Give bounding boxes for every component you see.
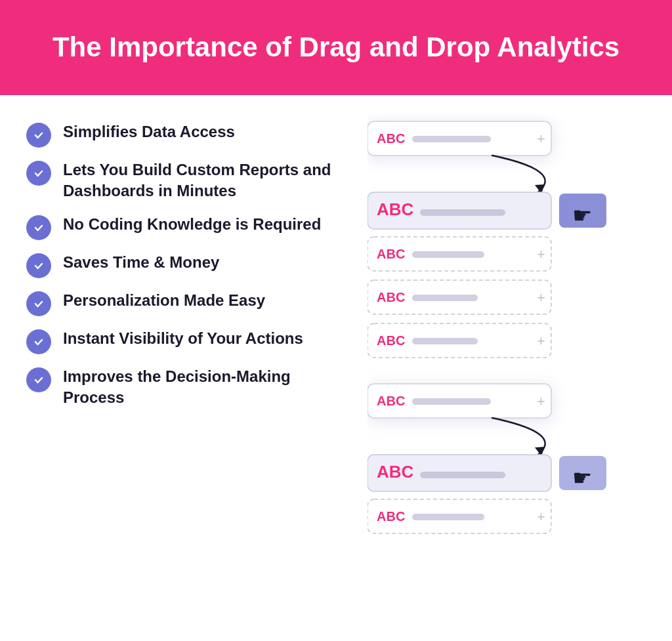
list-item: Simplifies Data Access [26, 121, 341, 148]
svg-text:+: + [537, 131, 545, 147]
svg-text:+: + [537, 246, 545, 262]
check-icon-2 [26, 161, 51, 186]
check-icon-7 [26, 367, 51, 392]
svg-text:+: + [537, 333, 545, 349]
svg-text:+: + [537, 508, 545, 525]
svg-text:+: + [537, 393, 545, 409]
svg-text:ABC: ABC [377, 199, 414, 219]
svg-point-6 [32, 373, 45, 386]
svg-text:ABC: ABC [377, 333, 405, 348]
item-5-text: Personalization Made Easy [63, 290, 265, 311]
item-2-text: Lets You Build Custom Reports and Dashbo… [63, 159, 341, 202]
list-item: Instant Visibility of Your Actions [26, 328, 341, 354]
page-title: The Importance of Drag and Drop Analytic… [52, 31, 620, 64]
item-1-text: Simplifies Data Access [63, 121, 235, 142]
svg-text:+: + [537, 289, 545, 306]
svg-point-4 [32, 297, 45, 310]
svg-text:ABC: ABC [377, 131, 405, 146]
item-7-text: Improves the Decision-Making Process [63, 366, 341, 409]
svg-point-2 [32, 221, 45, 234]
check-icon-6 [26, 329, 51, 354]
header: The Importance of Drag and Drop Analytic… [0, 0, 672, 95]
svg-rect-31 [412, 398, 491, 405]
item-3-text: No Coding Knowledge is Required [63, 214, 321, 235]
item-6-text: Instant Visibility of Your Actions [63, 328, 303, 349]
checklist: Simplifies Data Access Lets You Build Cu… [26, 115, 341, 640]
list-item: No Coding Knowledge is Required [26, 214, 341, 240]
illustration-svg: ABC + ABC ☛ ABC + ABC + [368, 115, 650, 640]
svg-text:☛: ☛ [572, 465, 592, 490]
svg-text:ABC: ABC [377, 247, 405, 261]
svg-rect-23 [412, 295, 478, 301]
check-icon-1 [26, 123, 51, 148]
svg-rect-9 [412, 136, 491, 142]
svg-point-1 [32, 167, 45, 180]
svg-text:ABC: ABC [377, 394, 405, 408]
main-content: Simplifies Data Access Lets You Build Cu… [0, 95, 672, 641]
svg-text:ABC: ABC [377, 462, 414, 482]
drag-drop-illustration: ABC + ABC ☛ ABC + ABC + [368, 115, 650, 640]
check-icon-3 [26, 215, 51, 240]
svg-text:ABC: ABC [377, 290, 405, 304]
list-item: Saves Time & Money [26, 252, 341, 278]
list-item: Personalization Made Easy [26, 290, 341, 316]
svg-point-5 [32, 335, 45, 348]
svg-rect-14 [420, 209, 505, 216]
svg-text:☛: ☛ [572, 203, 592, 228]
list-item: Lets You Build Custom Reports and Dashbo… [26, 159, 341, 202]
svg-text:ABC: ABC [377, 509, 405, 524]
svg-point-0 [32, 129, 45, 142]
svg-rect-27 [412, 338, 478, 344]
item-4-text: Saves Time & Money [63, 252, 219, 273]
svg-rect-36 [420, 472, 505, 478]
svg-point-3 [32, 259, 45, 272]
svg-rect-41 [412, 514, 484, 520]
check-icon-5 [26, 291, 51, 316]
list-item: Improves the Decision-Making Process [26, 366, 341, 409]
svg-rect-19 [412, 251, 484, 258]
check-icon-4 [26, 253, 51, 278]
